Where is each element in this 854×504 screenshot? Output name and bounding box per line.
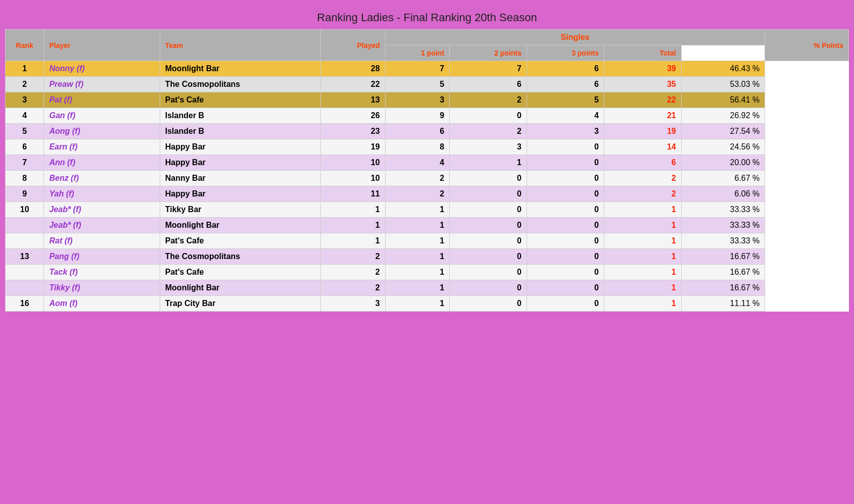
cell-played: 2 [321, 249, 385, 265]
cell-3pt: 4 [527, 108, 604, 124]
cell-total: 22 [604, 92, 681, 108]
page-title: Ranking Ladies - Final Ranking 20th Seas… [5, 5, 849, 29]
table-row: Rat (f) Pat's Cafe 1 1 0 0 1 33.33 % [6, 233, 849, 249]
cell-team: Moonlight Bar [160, 61, 321, 77]
cell-pct: 24.56 % [681, 139, 765, 155]
cell-played: 1 [321, 202, 385, 218]
cell-rank: 4 [6, 108, 44, 124]
cell-2pt: 0 [450, 202, 527, 218]
table-row: 9 Yah (f) Happy Bar 11 2 0 0 2 6.06 % [6, 186, 849, 202]
cell-2pt: 0 [450, 249, 527, 265]
cell-played: 3 [321, 296, 385, 312]
cell-rank: 9 [6, 186, 44, 202]
cell-played: 19 [321, 139, 385, 155]
cell-2pt: 0 [450, 265, 527, 280]
cell-2pt: 7 [450, 61, 527, 77]
cell-1pt: 1 [385, 296, 449, 312]
cell-rank: 8 [6, 171, 44, 186]
cell-1pt: 3 [385, 92, 449, 108]
cell-pct: 16.67 % [681, 249, 765, 265]
cell-2pt: 0 [450, 296, 527, 312]
cell-2pt: 0 [450, 186, 527, 202]
cell-rank [6, 218, 44, 233]
cell-player: Nonny (f) [44, 61, 160, 77]
cell-rank [6, 280, 44, 296]
cell-1pt: 2 [385, 186, 449, 202]
cell-2pt: 6 [450, 77, 527, 92]
cell-rank: 5 [6, 124, 44, 139]
cell-1pt: 5 [385, 77, 449, 92]
cell-3pt: 0 [527, 202, 604, 218]
cell-1pt: 1 [385, 202, 449, 218]
cell-team: Tikky Bar [160, 202, 321, 218]
cell-team: The Cosmopolitans [160, 249, 321, 265]
cell-played: 2 [321, 265, 385, 280]
cell-3pt: 0 [527, 218, 604, 233]
header-played: Played [321, 30, 385, 61]
cell-3pt: 0 [527, 155, 604, 171]
cell-played: 2 [321, 280, 385, 296]
header-pct: % Points [765, 30, 849, 61]
table-row: Tikky (f) Moonlight Bar 2 1 0 0 1 16.67 … [6, 280, 849, 296]
cell-3pt: 0 [527, 249, 604, 265]
cell-pct: 27.54 % [681, 124, 765, 139]
cell-pct: 53.03 % [681, 77, 765, 92]
cell-played: 22 [321, 77, 385, 92]
cell-total: 14 [604, 139, 681, 155]
cell-2pt: 0 [450, 108, 527, 124]
cell-1pt: 4 [385, 155, 449, 171]
cell-2pt: 0 [450, 218, 527, 233]
cell-1pt: 1 [385, 218, 449, 233]
cell-rank: 7 [6, 155, 44, 171]
cell-player: Earn (f) [44, 139, 160, 155]
cell-3pt: 0 [527, 296, 604, 312]
cell-player: Preaw (f) [44, 77, 160, 92]
cell-pct: 26.92 % [681, 108, 765, 124]
cell-pct: 56.41 % [681, 92, 765, 108]
cell-2pt: 1 [450, 155, 527, 171]
cell-played: 1 [321, 233, 385, 249]
table-row: Jeab* (f) Moonlight Bar 1 1 0 0 1 33.33 … [6, 218, 849, 233]
cell-rank [6, 265, 44, 280]
cell-played: 10 [321, 171, 385, 186]
cell-player: Benz (f) [44, 171, 160, 186]
table-row: Tack (f) Pat's Cafe 2 1 0 0 1 16.67 % [6, 265, 849, 280]
cell-player: Jeab* (f) [44, 218, 160, 233]
header-3pt: 3 points [527, 45, 604, 61]
table-row: 6 Earn (f) Happy Bar 19 8 3 0 14 24.56 % [6, 139, 849, 155]
cell-pct: 16.67 % [681, 265, 765, 280]
cell-played: 1 [321, 218, 385, 233]
cell-total: 1 [604, 249, 681, 265]
cell-2pt: 0 [450, 171, 527, 186]
cell-rank: 1 [6, 61, 44, 77]
cell-3pt: 0 [527, 186, 604, 202]
cell-total: 19 [604, 124, 681, 139]
cell-pct: 33.33 % [681, 218, 765, 233]
cell-1pt: 7 [385, 61, 449, 77]
cell-team: Moonlight Bar [160, 280, 321, 296]
cell-team: Happy Bar [160, 186, 321, 202]
cell-team: Happy Bar [160, 139, 321, 155]
cell-1pt: 2 [385, 171, 449, 186]
cell-2pt: 3 [450, 139, 527, 155]
header-player: Player [44, 30, 160, 61]
table-row: 16 Aom (f) Trap City Bar 3 1 0 0 1 11.11… [6, 296, 849, 312]
cell-1pt: 1 [385, 249, 449, 265]
header-1pt: 1 point [385, 45, 449, 61]
cell-total: 2 [604, 186, 681, 202]
header-2pt: 2 points [450, 45, 527, 61]
cell-played: 11 [321, 186, 385, 202]
cell-2pt: 0 [450, 280, 527, 296]
header-singles: Singles [385, 30, 765, 45]
cell-1pt: 1 [385, 233, 449, 249]
cell-pct: 46.43 % [681, 61, 765, 77]
cell-3pt: 5 [527, 92, 604, 108]
cell-played: 26 [321, 108, 385, 124]
cell-1pt: 1 [385, 280, 449, 296]
cell-pct: 33.33 % [681, 202, 765, 218]
cell-team: Moonlight Bar [160, 218, 321, 233]
cell-total: 1 [604, 218, 681, 233]
cell-total: 1 [604, 202, 681, 218]
cell-team: Trap City Bar [160, 296, 321, 312]
cell-rank: 10 [6, 202, 44, 218]
